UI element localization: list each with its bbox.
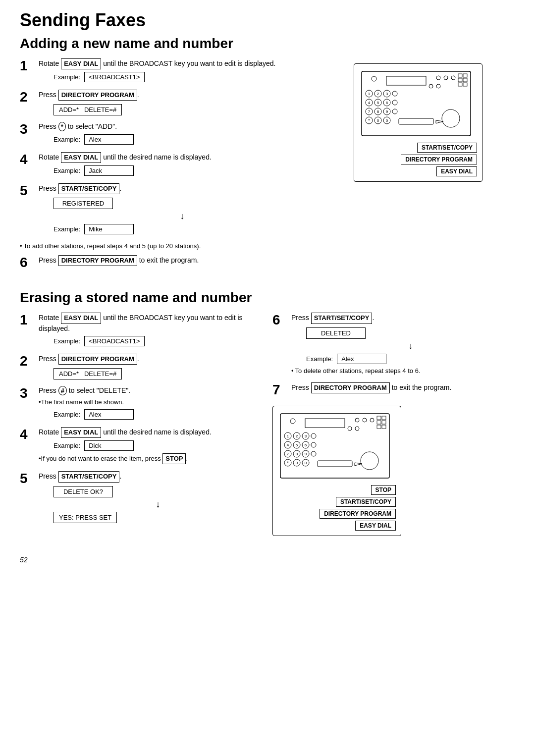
step-num-4: 4 [20, 152, 35, 167]
svg-point-48 [363, 418, 367, 422]
step-4-text: Rotate EASY DIAL until the desired name … [39, 152, 311, 163]
erase-step-5-display1: DELETE OK? [54, 486, 113, 497]
svg-text:2: 2 [377, 92, 379, 96]
erase-step-num-1: 1 [20, 313, 35, 328]
svg-rect-8 [458, 78, 462, 82]
step-6-text: Press DIRECTORY PROGRAM to exit the prog… [39, 255, 311, 266]
svg-rect-53 [382, 421, 386, 424]
erase-example-label-1: Example: [54, 337, 80, 345]
svg-point-46 [290, 419, 295, 424]
svg-text:0: 0 [386, 118, 388, 123]
dir-prog-key-2: DIRECTORY PROGRAM [58, 90, 137, 101]
svg-text:4: 4 [368, 101, 371, 105]
svg-point-2 [372, 76, 376, 81]
step-5: 5 Press START/SET/COPY. REGISTERED ↓ Exa… [20, 183, 311, 237]
star-key: * [58, 122, 66, 131]
erase-step-num-2: 2 [20, 354, 35, 369]
example-label-4: Example: [54, 167, 80, 174]
erasing-steps-left: 1 Rotate EASY DIAL until the BROADCAST k… [20, 313, 263, 540]
step-6: 6 Press DIRECTORY PROGRAM to exit the pr… [20, 255, 311, 270]
step-1-content: Rotate EASY DIAL until the BROADCAST key… [39, 58, 311, 85]
svg-rect-52 [377, 421, 381, 424]
svg-text:2: 2 [296, 434, 298, 438]
step-5-display1: REGISTERED [54, 198, 113, 209]
svg-rect-51 [382, 416, 386, 420]
erase-example-value-3: Alex [84, 409, 134, 420]
svg-point-71 [311, 442, 316, 447]
step-2-content: Press DIRECTORY PROGRAM. ADD=* DELETE=# [39, 90, 311, 117]
adding-note: To add other stations, repeat steps 4 an… [20, 242, 311, 251]
svg-text:7: 7 [368, 109, 371, 114]
start-set-copy-e5: START/SET/COPY [58, 471, 120, 482]
step-num-3: 3 [20, 122, 35, 137]
svg-point-27 [392, 100, 397, 105]
erase-step-num-5: 5 [20, 471, 35, 486]
erase-step-4-text: Rotate EASY DIAL until the desired name … [39, 427, 263, 438]
erase-step-4-note: •If you do not want to erase the item, p… [39, 453, 263, 464]
example-value-4: Jack [84, 165, 134, 176]
erase-step-2: 2 Press DIRECTORY PROGRAM. ADD=* DELETE=… [20, 354, 263, 381]
erase-step-7-text: Press DIRECTORY PROGRAM to exit the prog… [291, 382, 515, 393]
erase-step-4: 4 Rotate EASY DIAL until the desired nam… [20, 427, 263, 466]
erase-step-1: 1 Rotate EASY DIAL until the BROADCAST k… [20, 313, 263, 349]
erase-step-num-6: 6 [272, 313, 287, 328]
fax-machine-svg-1: 1 2 3 4 5 6 7 8 9 [359, 69, 473, 138]
section1-title: Adding a new name and number [20, 36, 515, 52]
svg-point-5 [451, 76, 455, 80]
svg-point-47 [355, 418, 359, 422]
erase-step-5: 5 Press START/SET/COPY. DELETE OK? ↓ YES… [20, 471, 263, 524]
svg-text:4: 4 [287, 443, 289, 447]
step-5-content: Press START/SET/COPY. REGISTERED ↓ Examp… [39, 183, 311, 237]
easy-dial-key-4: EASY DIAL [61, 152, 101, 163]
adding-diagram: 1 2 3 4 5 6 7 8 9 [321, 58, 515, 275]
erase-example-label-3: Example: [54, 411, 80, 418]
arrow-e5: ↓ [54, 499, 263, 510]
example-value-5: Mike [84, 224, 134, 234]
svg-text:5: 5 [296, 443, 298, 447]
svg-text:1: 1 [368, 92, 371, 96]
svg-text:0: 0 [305, 461, 307, 465]
step-4-example: Example: Jack [54, 165, 311, 176]
svg-point-4 [444, 76, 448, 80]
erase-step-num-7: 7 [272, 382, 287, 398]
arrow-e6: ↓ [306, 341, 515, 351]
erase-step-3-note: •The first name will be shown. [39, 398, 263, 407]
erase-step-5-display2: YES: PRESS SET [54, 512, 117, 523]
svg-text:0: 0 [296, 461, 298, 465]
example-value-3: Alex [84, 134, 134, 145]
adding-steps: 1 Rotate EASY DIAL until the BROADCAST k… [20, 58, 311, 275]
step-3: 3 Press * to select "ADD". Example: Alex [20, 122, 311, 147]
erase-example-label-6: Example: [306, 355, 333, 363]
example-label-3: Example: [54, 136, 80, 143]
step-3-text: Press * to select "ADD". [39, 122, 311, 132]
svg-text:1: 1 [287, 434, 289, 438]
hash-key: # [58, 386, 67, 395]
step-num-2: 2 [20, 90, 35, 105]
svg-point-57 [355, 427, 359, 431]
svg-point-56 [348, 427, 352, 431]
erase-step-7: 7 Press DIRECTORY PROGRAM to exit the pr… [272, 382, 515, 398]
svg-rect-10 [458, 83, 462, 86]
svg-text:7: 7 [287, 452, 289, 456]
easy-dial-key-1: EASY DIAL [61, 58, 101, 69]
fax-start-set-copy-2: START/SET/COPY [336, 497, 396, 507]
svg-point-34 [392, 109, 397, 114]
erase-example-value-4: Dick [84, 440, 134, 451]
svg-point-13 [436, 84, 440, 88]
dir-prog-e2: DIRECTORY PROGRAM [58, 354, 137, 365]
dir-prog-key-6: DIRECTORY PROGRAM [58, 255, 137, 266]
example-label-1: Example: [54, 73, 80, 81]
svg-point-64 [311, 433, 316, 438]
example-label-5: Example: [54, 225, 80, 233]
fax-key-labels-1: START/SET/COPY DIRECTORY PROGRAM EASY DI… [359, 143, 477, 176]
step-num-1: 1 [20, 58, 35, 74]
svg-text:8: 8 [296, 452, 298, 456]
erase-step-6-content: Press START/SET/COPY. DELETED ↓ Example:… [291, 313, 515, 377]
erase-step-3: 3 Press # to select "DELETE". •The first… [20, 386, 263, 422]
erase-step-6-example: Example: Alex [306, 354, 515, 364]
svg-rect-42 [399, 118, 433, 124]
fax-directory-program-2: DIRECTORY PROGRAM [320, 509, 396, 519]
svg-point-78 [311, 451, 316, 456]
svg-point-12 [429, 84, 433, 88]
erase-step-num-3: 3 [20, 386, 35, 401]
